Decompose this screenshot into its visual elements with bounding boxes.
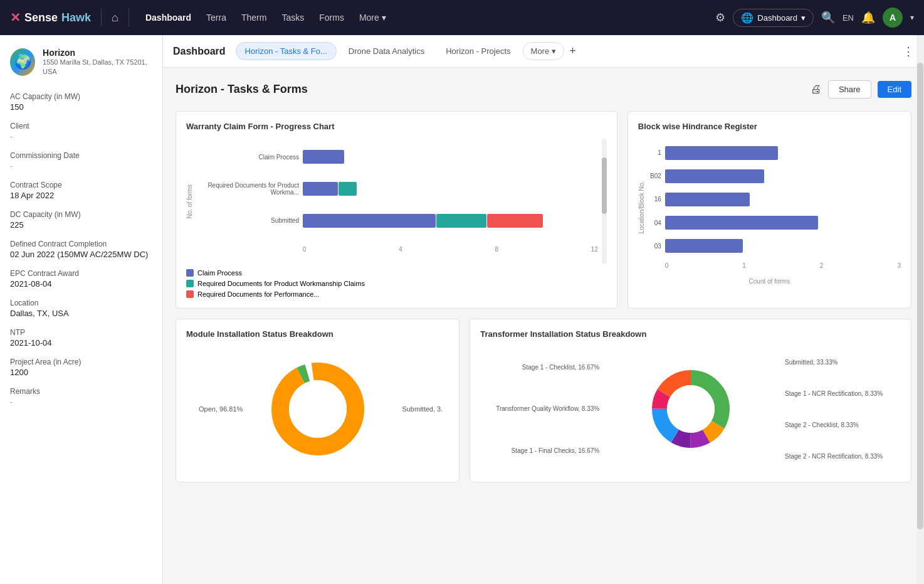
language-selector[interactable]: EN [843, 13, 854, 23]
transformer-label-quality: Transformer Quality Workflow, 8.33% [486, 405, 599, 412]
tab-drone-data[interactable]: Drone Data Analytics [339, 42, 434, 60]
module-donut-svg [268, 359, 368, 459]
sidebar-label-ac-capacity: AC Capacity (in MW) [10, 92, 152, 101]
warranty-bar-docs-teal [339, 182, 356, 196]
warranty-x-8: 8 [495, 246, 498, 253]
blockwise-bar-03 [665, 239, 743, 253]
org-selector[interactable]: 🌐 Dashboard ▾ [733, 9, 814, 27]
blockwise-y-label: Location/Block No. [638, 181, 645, 233]
tab-projects[interactable]: Horizon - Projects [436, 42, 520, 60]
nav-right: ⚙ 🌐 Dashboard ▾ 🔍 EN 🔔 A ▾ [715, 8, 914, 28]
layout: 🌍 Horizon 1550 Marilla St, Dallas, TX 75… [0, 35, 924, 584]
sidebar-field-epc-award: EPC Contract Award 2021-08-04 [10, 269, 152, 289]
sidebar-value-ntp: 2021-10-04 [10, 338, 152, 348]
logo-hawk: Hawk [61, 11, 91, 24]
transformer-labels-right: Submitted, 33.33% Stage 1 - NCR Rectific… [785, 346, 898, 472]
blockwise-x-0: 0 [665, 262, 669, 269]
sidebar-org-address: 1550 Marilla St, Dallas, TX 75201, USA [43, 58, 152, 77]
nav-terra[interactable]: Terra [200, 9, 233, 26]
org-globe: 🌍 [10, 48, 35, 76]
nav-tasks[interactable]: Tasks [275, 9, 310, 26]
edit-button[interactable]: Edit [878, 81, 911, 98]
nav-dashboard[interactable]: Dashboard [139, 9, 197, 26]
logo[interactable]: ✕ SenseHawk [10, 10, 91, 25]
sidebar-value-location: Dallas, TX, USA [10, 309, 152, 318]
transformer-label-stage2-checklist: Stage 2 - Checklist, 8.33% [785, 422, 898, 428]
warranty-y-label: No. of forms [186, 184, 193, 218]
transformer-label-submitted: Submitted, 33.33% [785, 359, 898, 366]
warranty-chart-area: No. of forms Claim Process [186, 139, 607, 264]
sidebar-org: 🌍 Horizon 1550 Marilla St, Dallas, TX 75… [10, 48, 152, 77]
bottom-charts-row: Module Installation Status Breakdown Ope… [176, 319, 911, 482]
blockwise-bar-wrap-b02 [665, 169, 901, 183]
warranty-x-12: 12 [591, 246, 598, 253]
blockwise-bars-area: 1 B02 [646, 139, 901, 277]
svg-point-2 [289, 380, 347, 438]
warranty-bar-seg-1 [303, 150, 344, 164]
tab-tasks-forms[interactable]: Horizon - Tasks & Fo... [236, 42, 337, 60]
warranty-bar-sub-red [487, 214, 543, 228]
legend-label-perf: Required Documents for Performance... [197, 290, 319, 298]
page-scrollbar[interactable] [916, 35, 924, 584]
nav-divider-2 [129, 9, 129, 26]
sidebar-field-commissioning-date: Commissioning Date - [10, 151, 152, 171]
add-tab-button[interactable]: + [569, 45, 576, 58]
nav-therm[interactable]: Therm [235, 9, 273, 26]
scrollbar-thumb[interactable] [917, 63, 923, 529]
settings-icon[interactable]: ⚙ [715, 11, 725, 24]
print-icon[interactable]: 🖨 [811, 83, 822, 96]
nav-more[interactable]: More ▾ [353, 9, 392, 26]
sidebar-value-epc-award: 2021-08-04 [10, 279, 152, 289]
warranty-bar-label-docs: Required Documents for Product Workma... [196, 182, 299, 196]
blockwise-label-b02: B02 [646, 173, 661, 179]
legend-item-claim: Claim Process [186, 269, 607, 277]
transformer-chart-title: Transformer Installation Status Breakdow… [480, 329, 901, 339]
sidebar-value-contract-scope: 18 Apr 2022 [10, 191, 152, 200]
sidebar-field-client: Client - [10, 122, 152, 141]
tabs-more-caret-icon: ▾ [552, 46, 556, 56]
sidebar-label-project-area: Project Area (in Acre) [10, 358, 152, 366]
warranty-bar-label-submitted: Submitted [196, 217, 299, 224]
blockwise-bar-wrap-16 [665, 193, 901, 206]
dashboard-kebab-menu[interactable]: ⋮ [903, 45, 914, 58]
warranty-bar-segments-submitted [303, 214, 598, 228]
module-label-submitted: Submitted, 3. [402, 405, 443, 413]
sidebar-field-location: Location Dallas, TX, USA [10, 299, 152, 318]
blockwise-label-03: 03 [646, 243, 661, 250]
top-charts-row: Warranty Claim Form - Progress Chart No.… [176, 111, 911, 309]
blockwise-x-title: Count of forms [638, 278, 901, 285]
legend-item-perf: Required Documents for Performance... [186, 290, 607, 298]
sidebar-field-remarks: Remarks - [10, 387, 152, 406]
notifications-icon[interactable]: 🔔 [861, 11, 875, 24]
avatar[interactable]: A [883, 8, 903, 28]
module-chart-area: Open, 96.81% Submitted, 3. [186, 346, 449, 472]
sidebar-value-remarks: - [10, 397, 152, 406]
transformer-donut-svg [644, 362, 738, 456]
legend-color-claim [186, 269, 194, 277]
dashboard-title: Dashboard [173, 46, 226, 57]
sidebar-field-ntp: NTP 2021-10-04 [10, 328, 152, 348]
page-title: Horizon - Tasks & Forms [176, 83, 308, 96]
sidebar-field-project-area: Project Area (in Acre) 1200 [10, 358, 152, 377]
home-icon[interactable]: ⌂ [112, 11, 118, 24]
org-caret-icon: ▾ [801, 13, 806, 23]
blockwise-row-b02: B02 [646, 169, 901, 183]
blockwise-chart-card: Block wise Hindrance Register Location/B… [627, 111, 911, 309]
blockwise-x-2: 2 [820, 262, 824, 269]
tabs-more-button[interactable]: More ▾ [523, 42, 565, 60]
warranty-scrollbar[interactable] [601, 139, 607, 264]
org-globe-icon: 🌐 [741, 12, 753, 24]
blockwise-x-3: 3 [897, 262, 901, 269]
avatar-caret-icon[interactable]: ▾ [910, 13, 914, 22]
nav-forms[interactable]: Forms [313, 9, 350, 26]
page-title-row: Horizon - Tasks & Forms 🖨 Share Edit [176, 80, 911, 98]
search-icon[interactable]: 🔍 [821, 11, 835, 24]
warranty-bar-segments-claim [303, 150, 598, 164]
sidebar-field-contract-completion: Defined Contract Completion 02 Jun 2022 … [10, 240, 152, 259]
transformer-labels-left: Stage 1 - Checklist, 16.67% Transformer … [486, 346, 599, 472]
blockwise-bar-1 [665, 146, 779, 160]
share-button[interactable]: Share [828, 80, 871, 98]
transformer-chart-card: Transformer Installation Status Breakdow… [470, 319, 911, 482]
sidebar-field-contract-scope: Contract Scope 18 Apr 2022 [10, 181, 152, 200]
blockwise-bar-wrap-04 [665, 216, 901, 230]
